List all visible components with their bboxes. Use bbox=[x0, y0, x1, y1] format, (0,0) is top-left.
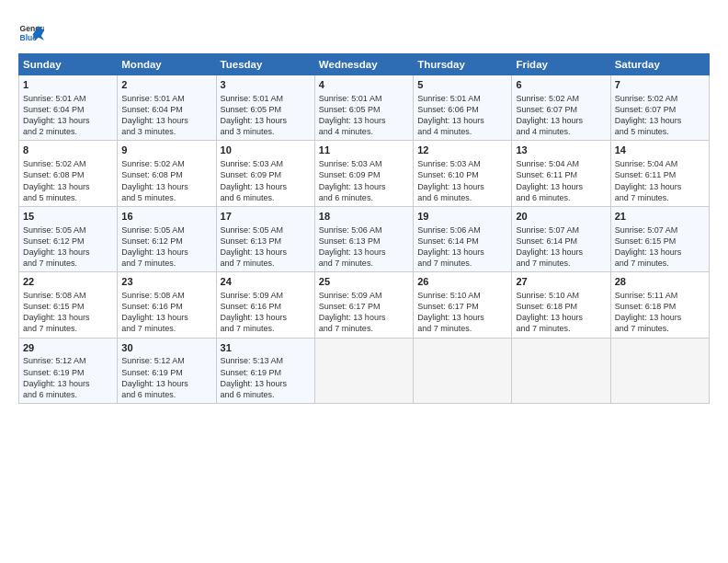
col-header-thursday: Thursday bbox=[414, 54, 512, 75]
calendar-cell: 31Sunrise: 5:13 AMSunset: 6:19 PMDayligh… bbox=[216, 338, 314, 403]
day-number: 19 bbox=[417, 210, 507, 224]
calendar-cell bbox=[610, 338, 709, 403]
cell-line: Daylight: 13 hours bbox=[221, 247, 311, 258]
cell-line: Daylight: 13 hours bbox=[615, 181, 705, 192]
cell-line: and 5 minutes. bbox=[121, 192, 211, 203]
calendar-row: 15Sunrise: 5:05 AMSunset: 6:12 PMDayligh… bbox=[19, 206, 710, 271]
cell-line: and 7 minutes. bbox=[615, 323, 705, 334]
calendar-cell: 7Sunrise: 5:02 AMSunset: 6:07 PMDaylight… bbox=[610, 75, 709, 141]
cell-line: and 3 minutes. bbox=[121, 126, 211, 137]
day-number: 23 bbox=[121, 275, 211, 289]
cell-line: and 7 minutes. bbox=[417, 258, 507, 269]
cell-line: Daylight: 13 hours bbox=[516, 115, 606, 126]
col-header-monday: Monday bbox=[118, 54, 216, 75]
cell-line: and 7 minutes. bbox=[23, 258, 113, 269]
cell-line: and 6 minutes. bbox=[319, 192, 409, 203]
calendar-cell: 24Sunrise: 5:09 AMSunset: 6:16 PMDayligh… bbox=[216, 272, 314, 338]
calendar-cell: 2Sunrise: 5:01 AMSunset: 6:04 PMDaylight… bbox=[118, 75, 216, 141]
cell-line: Sunset: 6:18 PM bbox=[615, 301, 705, 312]
cell-line: Daylight: 13 hours bbox=[221, 115, 311, 126]
calendar-cell: 6Sunrise: 5:02 AMSunset: 6:07 PMDaylight… bbox=[512, 75, 610, 141]
calendar-cell: 14Sunrise: 5:04 AMSunset: 6:11 PMDayligh… bbox=[610, 141, 709, 206]
calendar-cell: 4Sunrise: 5:01 AMSunset: 6:05 PMDaylight… bbox=[314, 75, 413, 141]
day-number: 3 bbox=[221, 78, 311, 92]
cell-line: Sunrise: 5:03 AM bbox=[319, 158, 409, 169]
calendar-cell: 18Sunrise: 5:06 AMSunset: 6:13 PMDayligh… bbox=[314, 206, 413, 271]
cell-line: Sunrise: 5:05 AM bbox=[23, 224, 113, 236]
cell-line: Daylight: 13 hours bbox=[417, 247, 507, 258]
calendar-cell: 29Sunrise: 5:12 AMSunset: 6:19 PMDayligh… bbox=[19, 338, 118, 403]
calendar-cell: 15Sunrise: 5:05 AMSunset: 6:12 PMDayligh… bbox=[19, 206, 118, 271]
cell-line: Daylight: 13 hours bbox=[615, 312, 705, 323]
calendar-cell bbox=[314, 338, 413, 403]
cell-line: Sunset: 6:05 PM bbox=[319, 104, 409, 115]
cell-line: Sunset: 6:19 PM bbox=[221, 367, 311, 378]
cell-line: Sunrise: 5:08 AM bbox=[121, 290, 211, 301]
cell-line: Sunset: 6:10 PM bbox=[417, 169, 507, 180]
cell-line: Sunset: 6:17 PM bbox=[417, 301, 507, 312]
logo: General Blue bbox=[18, 20, 44, 46]
cell-line: Daylight: 13 hours bbox=[615, 115, 705, 126]
cell-line: Sunset: 6:16 PM bbox=[121, 301, 211, 312]
cell-line: Sunset: 6:16 PM bbox=[221, 301, 311, 312]
day-number: 9 bbox=[121, 144, 211, 157]
cell-line: Sunset: 6:09 PM bbox=[221, 169, 311, 180]
cell-line: Sunrise: 5:12 AM bbox=[121, 355, 211, 366]
day-number: 20 bbox=[516, 210, 606, 224]
cell-line: Daylight: 13 hours bbox=[615, 247, 705, 258]
cell-line: Sunrise: 5:08 AM bbox=[23, 290, 113, 301]
cell-line: Sunrise: 5:01 AM bbox=[121, 93, 211, 104]
cell-line: Daylight: 13 hours bbox=[417, 181, 507, 192]
cell-line: Sunset: 6:07 PM bbox=[516, 104, 606, 115]
cell-line: Daylight: 13 hours bbox=[23, 115, 113, 126]
calendar-cell: 28Sunrise: 5:11 AMSunset: 6:18 PMDayligh… bbox=[610, 272, 709, 338]
calendar-cell: 21Sunrise: 5:07 AMSunset: 6:15 PMDayligh… bbox=[610, 206, 709, 271]
cell-line: Sunset: 6:07 PM bbox=[615, 104, 705, 115]
day-number: 4 bbox=[319, 78, 409, 92]
calendar-cell: 17Sunrise: 5:05 AMSunset: 6:13 PMDayligh… bbox=[216, 206, 314, 271]
cell-line: Sunrise: 5:07 AM bbox=[615, 224, 705, 236]
cell-line: Sunset: 6:18 PM bbox=[516, 301, 606, 312]
cell-line: Daylight: 13 hours bbox=[23, 312, 113, 323]
cell-line: Sunset: 6:08 PM bbox=[23, 169, 113, 180]
cell-line: Sunset: 6:15 PM bbox=[615, 236, 705, 247]
calendar-row: 8Sunrise: 5:02 AMSunset: 6:08 PMDaylight… bbox=[19, 141, 710, 206]
day-number: 29 bbox=[23, 341, 113, 355]
cell-line: Daylight: 13 hours bbox=[319, 247, 409, 258]
cell-line: Sunset: 6:08 PM bbox=[121, 169, 211, 180]
cell-line: Daylight: 13 hours bbox=[121, 247, 211, 258]
cell-line: Sunset: 6:13 PM bbox=[319, 236, 409, 247]
cell-line: and 7 minutes. bbox=[615, 258, 705, 269]
calendar-cell: 5Sunrise: 5:01 AMSunset: 6:06 PMDaylight… bbox=[414, 75, 512, 141]
cell-line: Daylight: 13 hours bbox=[516, 181, 606, 192]
calendar-cell: 13Sunrise: 5:04 AMSunset: 6:11 PMDayligh… bbox=[512, 141, 610, 206]
cell-line: Sunrise: 5:06 AM bbox=[417, 224, 507, 236]
header: General Blue bbox=[18, 17, 710, 46]
cell-line: Sunset: 6:04 PM bbox=[121, 104, 211, 115]
cell-line: Daylight: 13 hours bbox=[319, 312, 409, 323]
day-number: 26 bbox=[417, 275, 507, 289]
day-number: 2 bbox=[121, 78, 211, 92]
cell-line: Sunset: 6:09 PM bbox=[319, 169, 409, 180]
cell-line: and 7 minutes. bbox=[319, 258, 409, 269]
cell-line: Sunrise: 5:01 AM bbox=[23, 93, 113, 104]
day-number: 22 bbox=[23, 275, 113, 289]
cell-line: Sunrise: 5:04 AM bbox=[516, 158, 606, 169]
cell-line: and 7 minutes. bbox=[221, 258, 311, 269]
col-header-friday: Friday bbox=[512, 54, 610, 75]
calendar-cell: 27Sunrise: 5:10 AMSunset: 6:18 PMDayligh… bbox=[512, 272, 610, 338]
cell-line: Daylight: 13 hours bbox=[221, 181, 311, 192]
day-number: 18 bbox=[319, 210, 409, 224]
calendar-row: 1Sunrise: 5:01 AMSunset: 6:04 PMDaylight… bbox=[19, 75, 710, 141]
calendar-cell: 25Sunrise: 5:09 AMSunset: 6:17 PMDayligh… bbox=[314, 272, 413, 338]
day-number: 21 bbox=[615, 210, 705, 224]
cell-line: Sunrise: 5:13 AM bbox=[221, 355, 311, 366]
cell-line: and 7 minutes. bbox=[319, 323, 409, 334]
day-number: 6 bbox=[516, 78, 606, 92]
col-header-saturday: Saturday bbox=[610, 54, 709, 75]
cell-line: and 2 minutes. bbox=[23, 126, 113, 137]
cell-line: Sunset: 6:11 PM bbox=[615, 169, 705, 180]
cell-line: Sunset: 6:14 PM bbox=[516, 236, 606, 247]
cell-line: Sunset: 6:11 PM bbox=[516, 169, 606, 180]
day-number: 31 bbox=[221, 341, 311, 355]
